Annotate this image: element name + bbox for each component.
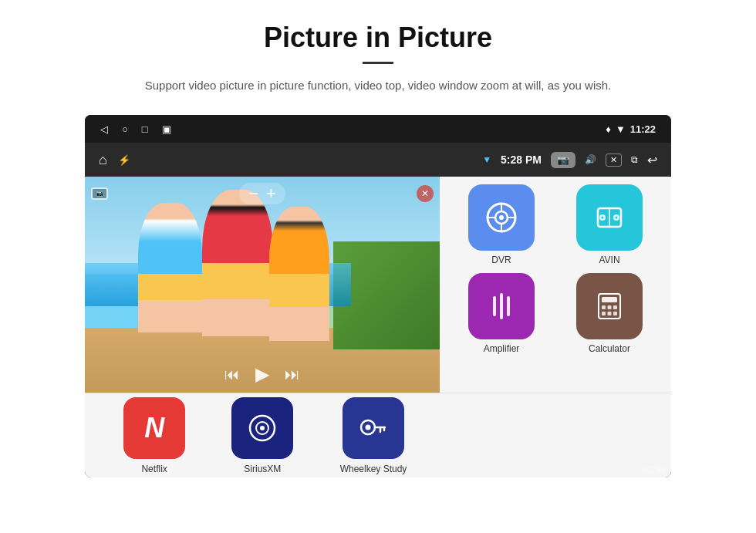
screen-body: Netflix SiriusXM Wheelkey Study (85, 177, 671, 477)
svg-point-11 (602, 217, 604, 219)
svg-point-2 (499, 215, 504, 220)
home-nav-icon[interactable]: ○ (122, 123, 128, 135)
siriusxm-bottom-icon (231, 397, 293, 459)
pip-plus-btn[interactable]: + (266, 185, 276, 202)
avin-label: AVIN (599, 255, 619, 265)
location-icon: ♦ (606, 123, 611, 135)
avin-icon (594, 202, 625, 233)
app-bar-time: 5:28 PM (501, 153, 542, 166)
playback-controls: ⏮ ▶ ⏭ (224, 363, 300, 385)
back-icon[interactable]: ↩ (647, 153, 657, 167)
pip-size-controls: − + (239, 183, 285, 204)
netflix-bottom-label: Netflix (141, 464, 167, 474)
page-subtitle: Support video picture in picture functio… (108, 76, 648, 95)
svg-rect-19 (608, 305, 612, 309)
right-apps-section: DVR AVIN (440, 177, 671, 393)
siriusxm-bottom-app[interactable]: SiriusXM (231, 397, 293, 474)
play-btn[interactable]: ▶ (255, 363, 269, 385)
page-header: Picture in Picture Support video picture… (0, 0, 756, 103)
status-bar: ◁ ○ □ ▣ ♦ ▼ 11:22 (85, 115, 671, 143)
device-wrapper: ◁ ○ □ ▣ ♦ ▼ 11:22 ⌂ ⚡ ▼ 5:28 PM 📷 🔊 ✕ ⧉ … (85, 115, 671, 477)
wifi-status-icon: ▼ (482, 154, 491, 165)
status-bar-right: ♦ ▼ 11:22 (606, 123, 656, 135)
svg-rect-14 (500, 293, 503, 319)
camera-button[interactable]: 📷 (551, 152, 575, 168)
dvr-icon-box (468, 184, 535, 251)
avin-app[interactable]: AVIN (576, 184, 643, 265)
page-title: Picture in Picture (46, 22, 710, 54)
svg-point-26 (260, 426, 265, 430)
next-btn[interactable]: ⏭ (285, 366, 300, 383)
dvr-app[interactable]: DVR (468, 184, 535, 265)
status-time: 11:22 (630, 123, 656, 135)
status-bar-left: ◁ ○ □ ▣ (100, 123, 171, 135)
video-overlay[interactable]: 📷 − + ✕ ⏮ ▶ ⏭ (85, 177, 440, 393)
svg-rect-20 (613, 305, 617, 309)
person-1 (138, 203, 202, 332)
amplifier-icon (485, 290, 518, 322)
svg-point-12 (616, 217, 618, 219)
wheelkey-bottom-icon (343, 397, 404, 459)
svg-rect-17 (602, 297, 617, 302)
calculator-label: Calculator (589, 343, 630, 354)
calculator-icon-box (576, 273, 643, 339)
app-bar-right: ▼ 5:28 PM 📷 🔊 ✕ ⧉ ↩ (482, 152, 657, 168)
calculator-icon (593, 290, 626, 322)
recents-nav-icon[interactable]: □ (142, 123, 148, 135)
app-bar: ⌂ ⚡ ▼ 5:28 PM 📷 🔊 ✕ ⧉ ↩ (85, 143, 671, 177)
svg-rect-13 (493, 296, 496, 316)
netflix-bottom-app[interactable]: N Netflix (123, 397, 185, 474)
wheelkey-bottom-label: Wheelkey Study (340, 464, 407, 474)
wheelkey-bottom-app[interactable]: Wheelkey Study (340, 397, 407, 474)
dvr-label: DVR (491, 255, 511, 265)
video-container: 📷 − + ✕ ⏮ ▶ ⏭ (85, 177, 440, 393)
svg-rect-21 (602, 312, 606, 315)
svg-rect-15 (507, 296, 510, 316)
main-row: Netflix SiriusXM Wheelkey Study (85, 177, 671, 393)
svg-point-28 (365, 424, 370, 430)
siriusxm-icon (245, 411, 279, 445)
svg-rect-22 (608, 312, 612, 315)
home-icon[interactable]: ⌂ (99, 152, 107, 168)
app-bar-left: ⌂ ⚡ (99, 152, 130, 168)
amplifier-icon-box (468, 273, 535, 339)
wifi-icon: ▼ (616, 123, 626, 135)
person-3 (269, 207, 329, 341)
prev-btn[interactable]: ⏮ (224, 366, 240, 383)
pip-icon[interactable]: ⧉ (631, 154, 638, 165)
title-divider (363, 62, 393, 64)
bottom-apps-row: N Netflix SiriusXM (85, 393, 671, 477)
wheelkey-icon (357, 412, 390, 444)
video-top-controls: 📷 − + ✕ (91, 183, 434, 204)
siriusxm-bottom-label: SiriusXM (244, 464, 281, 474)
svg-rect-23 (613, 312, 617, 315)
dvr-icon (484, 200, 519, 235)
usb-icon: ⚡ (118, 154, 130, 166)
person-2 (202, 190, 273, 336)
svg-rect-18 (602, 305, 606, 309)
close-icon[interactable]: ✕ (606, 153, 622, 167)
calculator-app[interactable]: Calculator (576, 273, 643, 354)
screenshot-nav-icon[interactable]: ▣ (162, 123, 171, 135)
amplifier-label: Amplifier (484, 343, 520, 354)
watermark: VCZ99 (641, 466, 665, 474)
video-section: Netflix SiriusXM Wheelkey Study (85, 177, 440, 393)
pip-close-btn[interactable]: ✕ (417, 185, 434, 202)
pip-minus-btn[interactable]: − (248, 185, 258, 202)
right-icon-row-2: Amplifier (447, 273, 663, 354)
volume-icon[interactable]: 🔊 (585, 154, 596, 165)
amplifier-app[interactable]: Amplifier (468, 273, 535, 354)
right-icon-row-1: DVR AVIN (447, 184, 663, 265)
back-nav-icon[interactable]: ◁ (100, 123, 108, 135)
pip-cam-icon: 📷 (91, 187, 108, 200)
avin-icon-box (576, 184, 643, 251)
netflix-bottom-icon: N (123, 397, 185, 459)
